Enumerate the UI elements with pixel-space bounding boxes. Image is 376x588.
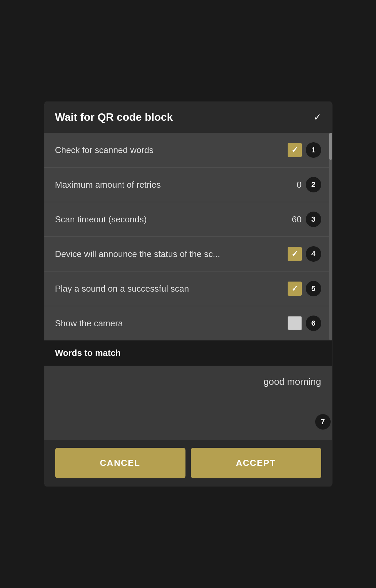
badge-6: 6	[306, 316, 321, 331]
badge-3: 3	[306, 212, 321, 227]
dialog-header: Wait for QR code block ✓	[44, 102, 332, 133]
row-right-2: 0 2	[288, 177, 321, 192]
row-right-1: ✓ 1	[288, 142, 321, 158]
settings-row-1: Check for scanned words ✓ 1	[44, 133, 332, 168]
words-section-title: Words to match	[55, 348, 121, 358]
settings-row-2: Maximum amount of retries 0 2	[44, 168, 332, 202]
row-label-1: Check for scanned words	[55, 145, 282, 155]
settings-row-3: Scan timeout (seconds) 60 3	[44, 202, 332, 237]
checkmark-icon-4: ✓	[291, 249, 298, 259]
row-value-2: 0	[288, 180, 302, 190]
checkmark-icon-1: ✓	[291, 145, 298, 155]
checkbox-show-camera[interactable]	[288, 316, 302, 330]
dialog-title: Wait for QR code block	[55, 111, 173, 123]
accept-button[interactable]: ACCEPT	[191, 448, 321, 478]
words-content-area[interactable]: good morning 7	[44, 366, 332, 440]
checkbox-scanned-words[interactable]: ✓	[288, 143, 302, 157]
settings-row-4: Device will announce the status of the s…	[44, 237, 332, 271]
row-right-6: 6	[288, 316, 321, 331]
badge-5: 5	[306, 281, 321, 296]
badge-2: 2	[306, 177, 321, 192]
settings-row-5: Play a sound on a successful scan ✓ 5	[44, 271, 332, 306]
words-section-header: Words to match	[44, 340, 332, 366]
settings-container: Check for scanned words ✓ 1 Maximum amou…	[44, 133, 332, 340]
cancel-button[interactable]: CANCEL	[55, 448, 185, 478]
dialog-footer: CANCEL ACCEPT	[44, 440, 332, 486]
checkmark-icon-5: ✓	[291, 284, 298, 293]
row-right-5: ✓ 5	[288, 281, 321, 296]
words-section: Words to match good morning 7	[44, 340, 332, 440]
row-label-2: Maximum amount of retries	[55, 180, 283, 190]
wait-for-qr-dialog: Wait for QR code block ✓ Check for scann…	[44, 101, 333, 487]
row-label-6: Show the camera	[55, 318, 282, 329]
row-right-3: 60 3	[288, 212, 321, 227]
badge-4: 4	[306, 246, 321, 262]
row-label-4: Device will announce the status of the s…	[55, 249, 282, 259]
row-label-3: Scan timeout (seconds)	[55, 214, 283, 225]
header-checkmark-icon: ✓	[314, 112, 321, 123]
checkbox-play-sound[interactable]: ✓	[288, 282, 302, 296]
badge-1: 1	[306, 142, 321, 158]
settings-row-6: Show the camera 6	[44, 306, 332, 340]
words-value: good morning	[263, 376, 321, 387]
row-label-5: Play a sound on a successful scan	[55, 284, 282, 294]
row-right-4: ✓ 4	[288, 246, 321, 262]
row-value-3: 60	[288, 214, 302, 225]
badge-7: 7	[315, 414, 331, 430]
checkbox-announce-status[interactable]: ✓	[288, 247, 302, 261]
